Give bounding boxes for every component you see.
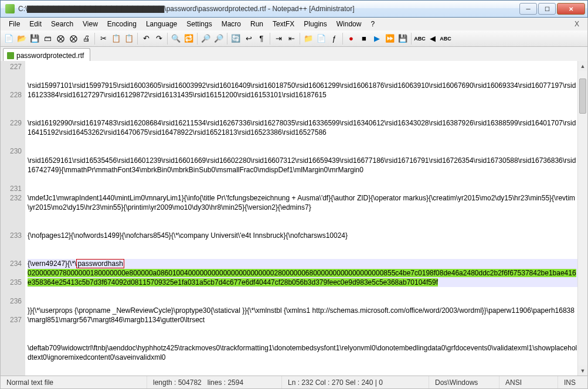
invisible-icon[interactable]: ¶ — [256, 33, 267, 45]
paste-icon[interactable]: 📋 — [123, 33, 135, 45]
redo-icon[interactable]: ↷ — [153, 33, 165, 45]
close-icon[interactable]: ⨂ — [55, 33, 66, 45]
savemacro-icon[interactable]: 💾 — [397, 33, 409, 45]
gutter-line: 227 — [1, 62, 22, 90]
minimize-button[interactable]: ─ — [519, 3, 537, 15]
status-length: length : 504782 lines : 2594 — [147, 376, 282, 388]
menu-search[interactable]: Search — [46, 19, 78, 29]
code-line: }}{\*\userprops {\propname _NewReviewCyc… — [28, 306, 577, 325]
gutter-line: 235 — [1, 278, 22, 296]
open-file-icon[interactable]: 📂 — [16, 33, 28, 45]
doc-icon[interactable]: 📄 — [315, 33, 327, 45]
code-line: \deftab709\widowctrl\ftnbj\aenddoc\hyphh… — [28, 343, 577, 362]
code-line: \rsid15997101\rsid15997915\rsid16003605\… — [28, 81, 577, 100]
spellcheck-prev-icon[interactable]: ◀ — [427, 33, 439, 45]
menu-view[interactable]: View — [78, 19, 103, 29]
status-position: Ln : 232 Col : 270 Sel : 240 | 0 — [282, 376, 429, 388]
scroll-up-icon[interactable]: ▲ — [578, 61, 587, 71]
stop-icon[interactable]: ■ — [358, 33, 370, 45]
gutter-line: 236 — [1, 296, 22, 315]
status-bar: Normal text file length : 504782 lines :… — [0, 376, 588, 389]
zoom-in-icon[interactable]: 🔎 — [200, 33, 212, 45]
toolbar-sep — [137, 33, 138, 45]
title-bar: C:\▇▇▇▇▇▇▇▇▇▇▇▇▇▇▇▇▇▇▇▇▇▇▇▇▇▇\password\p… — [0, 0, 588, 18]
maximize-button[interactable]: ☐ — [538, 3, 556, 15]
menu-window[interactable]: Window — [332, 19, 366, 29]
code-line: \rsid16192990\rsid16197483\rsid16208684\… — [28, 118, 577, 137]
find-icon[interactable]: 🔍 — [170, 33, 182, 45]
line-gutter: 227 228 229 230 231 232 233 234 235 236 … — [1, 61, 25, 376]
window-buttons: ─ ☐ ✕ — [519, 3, 585, 15]
gutter-line: 230 — [1, 146, 22, 184]
close-all-icon[interactable]: ⨂ — [67, 33, 79, 45]
func-icon[interactable]: ƒ — [328, 33, 340, 45]
menu-help[interactable]: ? — [366, 19, 379, 29]
menu-textfx[interactable]: TextFX — [268, 19, 299, 29]
gutter-line: 229 — [1, 118, 22, 146]
indent-icon[interactable]: ⇥ — [273, 33, 284, 45]
print-icon[interactable]: 🖨 — [80, 33, 92, 45]
code-line: \mdefJc1\mwrapIndent1440\mintLim0\mnaryL… — [28, 193, 577, 212]
toolbar-sep — [270, 33, 270, 45]
record-icon[interactable]: ● — [345, 33, 357, 45]
status-encoding: ANSI — [499, 376, 558, 388]
toolbar-sep — [227, 33, 227, 45]
save-all-icon[interactable]: 🗃 — [42, 33, 53, 45]
menu-plugins[interactable]: Plugins — [299, 19, 331, 29]
play-icon[interactable]: ▶ — [371, 33, 383, 45]
menu-settings[interactable]: Settings — [182, 19, 216, 29]
code-line: {\nofpages12}{\nofwords1499}{\nofchars85… — [28, 231, 577, 240]
new-file-icon[interactable]: 📄 — [3, 33, 15, 45]
menu-run[interactable]: Run — [246, 19, 268, 29]
menu-encoding[interactable]: Encoding — [103, 19, 141, 29]
spellcheck-next-icon[interactable]: ABC — [440, 33, 451, 45]
scroll-down-icon[interactable]: ▼ — [578, 366, 587, 376]
gutter-line: 232 — [1, 193, 22, 231]
wrap-icon[interactable]: ↩ — [243, 33, 254, 45]
menu-file[interactable]: File — [4, 19, 25, 29]
replace-icon[interactable]: 🔁 — [183, 33, 195, 45]
menu-macro[interactable]: Macro — [217, 19, 246, 29]
tab-label: passwordprotected.rtf — [16, 52, 84, 60]
status-lines-label: lines : 2594 — [208, 378, 243, 387]
tab-active[interactable]: passwordprotected.rtf — [3, 48, 90, 61]
playmulti-icon[interactable]: ⏩ — [384, 33, 396, 45]
undo-icon[interactable]: ↶ — [140, 33, 152, 45]
toolbar-sep — [342, 33, 343, 45]
file-icon — [7, 52, 14, 59]
editor: 227 228 229 230 231 232 233 234 235 236 … — [0, 61, 588, 376]
toolbar-sep — [197, 33, 198, 45]
highlight-passwordhash: passwordhash — [76, 259, 124, 268]
toolbar-sep — [167, 33, 168, 45]
status-filetype: Normal text file — [1, 376, 147, 388]
window-title: C:\▇▇▇▇▇▇▇▇▇▇▇▇▇▇▇▇▇▇▇▇▇▇▇▇▇▇\password\p… — [18, 5, 519, 13]
code-line-active: {\vern49247}{\*\passwordhash020000007800… — [28, 259, 577, 287]
save-icon[interactable]: 💾 — [29, 33, 40, 45]
toolbar-sep — [300, 33, 300, 45]
gutter-line: 233 — [1, 231, 22, 259]
cut-icon[interactable]: ✂ — [97, 33, 109, 45]
copy-icon[interactable]: 📋 — [110, 33, 122, 45]
menu-bar: File Edit Search View Encoding Language … — [0, 18, 588, 30]
gutter-line: 231 — [1, 184, 22, 193]
outdent-icon[interactable]: ⇤ — [285, 33, 297, 45]
toolbar-sep — [94, 33, 95, 45]
status-mode: INS — [558, 376, 587, 388]
highlight-hashvalue: 0200000078000000180000000e800000a0860100… — [28, 269, 576, 286]
close-button[interactable]: ✕ — [557, 3, 585, 15]
zoom-out-icon[interactable]: 🔎 — [213, 33, 225, 45]
vertical-scrollbar[interactable]: ▲ ▼ — [577, 61, 587, 376]
scroll-thumb[interactable] — [579, 79, 586, 114]
menu-edit[interactable]: Edit — [25, 19, 46, 29]
folder-icon[interactable]: 📁 — [303, 33, 314, 45]
gutter-line: 234 — [1, 259, 22, 278]
code-line: \rsid16529161\rsid16535456\rsid16601239\… — [28, 156, 577, 175]
menu-close-doc[interactable]: X — [570, 20, 584, 28]
app-icon — [5, 4, 15, 13]
spellcheck-icon[interactable]: ABC — [414, 33, 426, 45]
tab-bar: passwordprotected.rtf — [0, 47, 588, 61]
menu-language[interactable]: Language — [141, 19, 182, 29]
sync-icon[interactable]: 🔄 — [230, 33, 242, 45]
code-area[interactable]: \rsid15997101\rsid15997915\rsid16003605\… — [25, 61, 577, 376]
status-length-label: length : 504782 — [153, 378, 202, 387]
